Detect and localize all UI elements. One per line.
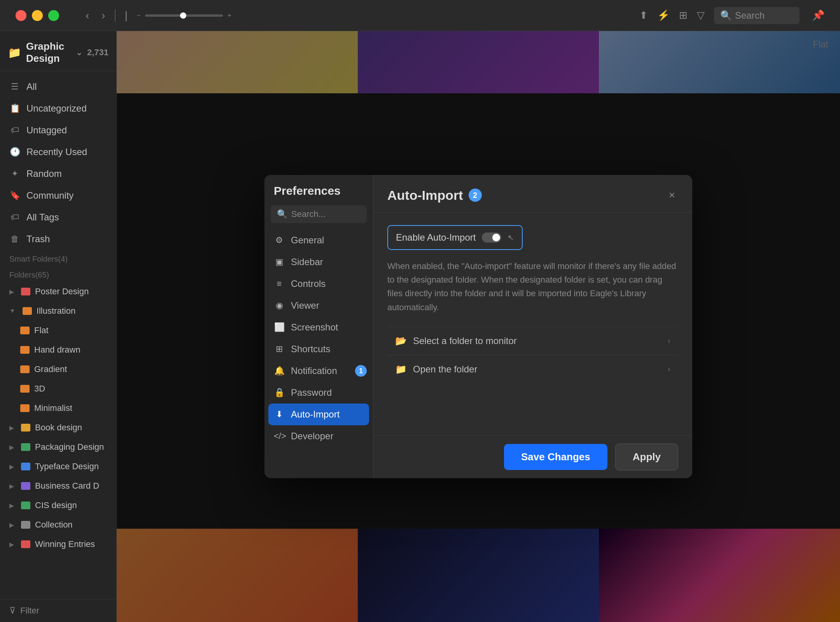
recently-used-icon: 🕐 — [9, 147, 20, 157]
prefs-nav-shortcuts-label: Shortcuts — [291, 344, 330, 355]
prefs-nav-viewer[interactable]: ◉ Viewer — [264, 295, 373, 316]
prefs-nav-shortcuts[interactable]: ⊞ Shortcuts — [264, 338, 373, 360]
prefs-nav-screenshot[interactable]: ⬜ Screenshot — [264, 316, 373, 338]
general-icon: ⚙ — [274, 235, 285, 245]
prefs-nav-developer-label: Developer — [291, 431, 333, 442]
grid-icon[interactable]: ⊞ — [679, 9, 688, 21]
slider-track[interactable] — [145, 14, 223, 17]
main-layout: 📁 Graphic Design ⌄ 2,731 ☰ All 📋 Uncateg… — [0, 31, 840, 622]
sidebar-item-all[interactable]: ☰ All — [0, 76, 116, 98]
sidebar-item-random[interactable]: ✦ Random — [0, 163, 116, 185]
folder-color-icon — [21, 521, 30, 529]
folder-minimalist-label: Minimalist — [34, 403, 72, 413]
titlebar-nav: ‹ › | − + — [82, 8, 231, 23]
back-button[interactable]: ‹ — [82, 8, 92, 23]
folder-flat[interactable]: Flat — [0, 321, 116, 340]
viewer-icon: ◉ — [274, 301, 285, 311]
folder-cis-label: CIS design — [35, 500, 77, 510]
prefs-body: Enable Auto-Import ↖ When enabled, the "… — [373, 213, 692, 435]
nav-icon: | — [122, 8, 131, 23]
folder-winning[interactable]: ▶ Winning Entries — [0, 535, 116, 554]
folder-illustration[interactable]: ▼ Illustration — [0, 301, 116, 321]
folder-open-icon: 📁 — [395, 364, 407, 375]
folder-hand-drawn[interactable]: Hand drawn — [0, 340, 116, 360]
folder-business-card[interactable]: ▶ Business Card D — [0, 476, 116, 496]
prefs-nav-notification[interactable]: 🔔 Notification 1 — [264, 360, 373, 382]
close-button[interactable] — [16, 10, 26, 21]
folder-book-design[interactable]: ▶ Book design — [0, 418, 116, 437]
sidebar-item-trash[interactable]: 🗑 Trash — [0, 228, 116, 250]
folder-cis-design[interactable]: ▶ CIS design — [0, 496, 116, 515]
prefs-nav-auto-import[interactable]: ⬇ Auto-Import — [268, 404, 369, 425]
all-icon: ☰ — [9, 82, 20, 92]
titlebar-right: ⬆ ⚡ ⊞ ▽ 🔍 Search 📌 — [639, 7, 824, 24]
prefs-nav-password[interactable]: 🔒 Password — [264, 382, 373, 404]
sidebar-item-all-label: All — [26, 81, 37, 92]
folder-minimalist[interactable]: Minimalist — [0, 398, 116, 418]
folder-3d[interactable]: 3D — [0, 379, 116, 398]
prefs-content: Auto-Import 2 × Enable Auto-Import ↖ — [373, 175, 692, 478]
expand-icon: ▶ — [9, 521, 14, 529]
open-folder-row[interactable]: 📁 Open the folder › — [387, 355, 678, 383]
titlebar: ‹ › | − + ⬆ ⚡ ⊞ ▽ 🔍 Search 📌 — [0, 0, 840, 31]
forward-button[interactable]: › — [98, 8, 108, 23]
search-box[interactable]: 🔍 Search — [714, 7, 800, 24]
filter-icon[interactable]: ▽ — [697, 9, 705, 21]
maximize-button[interactable] — [48, 10, 59, 21]
lightning-icon[interactable]: ⚡ — [657, 9, 670, 21]
prefs-nav-notification-label: Notification — [291, 365, 337, 376]
folder-color-icon — [21, 463, 30, 470]
folder-winning-label: Winning Entries — [35, 539, 95, 549]
sidebar-item-uncategorized[interactable]: 📋 Uncategorized — [0, 98, 116, 119]
library-chevron[interactable]: ⌄ — [76, 48, 82, 57]
prefs-header-badge: 2 — [469, 189, 482, 202]
folder-gradient[interactable]: Gradient — [0, 360, 116, 379]
zoom-slider[interactable]: − + — [137, 12, 231, 19]
upload-icon[interactable]: ⬆ — [639, 9, 648, 21]
folder-packaging[interactable]: ▶ Packaging Design — [0, 437, 116, 457]
sidebar-item-community[interactable]: 🔖 Community — [0, 185, 116, 206]
prefs-footer: Save Changes Apply — [373, 435, 692, 478]
folder-color-icon — [21, 443, 30, 451]
save-changes-button[interactable]: Save Changes — [504, 444, 607, 470]
expand-icon: ▶ — [9, 444, 14, 451]
filter-bar[interactable]: ⊽ Filter — [0, 599, 116, 622]
sidebar-item-community-label: Community — [26, 190, 74, 201]
select-folder-row[interactable]: 📂 Select a folder to monitor › — [387, 327, 678, 355]
zoom-minus[interactable]: − — [137, 12, 140, 19]
nav-divider — [115, 9, 116, 22]
pin-icon[interactable]: 📌 — [812, 9, 824, 21]
folder-collection[interactable]: ▶ Collection — [0, 515, 116, 535]
folder-typeface[interactable]: ▶ Typeface Design — [0, 457, 116, 476]
expand-icon: ▶ — [9, 502, 14, 509]
preferences-dialog: Preferences 🔍 Search... ⚙ General ▣ Side… — [264, 175, 692, 478]
apply-button[interactable]: Apply — [615, 444, 678, 470]
prefs-nav-sidebar[interactable]: ▣ Sidebar — [264, 251, 373, 273]
toggle-knob — [492, 234, 500, 241]
minimize-button[interactable] — [32, 10, 43, 21]
prefs-nav-controls[interactable]: ≡ Controls — [264, 273, 373, 295]
prefs-close-button[interactable]: × — [666, 186, 678, 204]
prefs-nav-general[interactable]: ⚙ General — [264, 229, 373, 251]
prefs-sidebar: Preferences 🔍 Search... ⚙ General ▣ Side… — [264, 175, 373, 478]
open-folder-left: 📁 Open the folder — [395, 364, 477, 375]
sidebar-item-all-tags[interactable]: 🏷 All Tags — [0, 206, 116, 228]
prefs-search[interactable]: 🔍 Search... — [271, 205, 367, 223]
cursor-indicator: ↖ — [508, 233, 514, 242]
prefs-nav-developer[interactable]: </> Developer — [264, 425, 373, 447]
sidebar-item-recently-used[interactable]: 🕐 Recently Used — [0, 141, 116, 163]
prefs-header-title: Auto-Import — [387, 188, 463, 203]
filter-label: Filter — [20, 606, 39, 616]
auto-import-icon: ⬇ — [274, 409, 285, 419]
sidebar-item-uncategorized-label: Uncategorized — [26, 103, 87, 114]
auto-import-toggle[interactable] — [482, 232, 501, 243]
folder-collection-label: Collection — [35, 520, 73, 530]
content-area: Flat Preferences 🔍 Search... ⚙ — [117, 31, 840, 622]
prefs-nav-auto-import-label: Auto-Import — [291, 409, 340, 420]
zoom-plus[interactable]: + — [228, 12, 231, 19]
folder-color-icon — [21, 424, 30, 432]
screenshot-icon: ⬜ — [274, 322, 285, 332]
select-folder-left: 📂 Select a folder to monitor — [395, 335, 517, 346]
folder-poster-design[interactable]: ▶ Poster Design — [0, 282, 116, 301]
sidebar-item-untagged[interactable]: 🏷 Untagged — [0, 119, 116, 141]
